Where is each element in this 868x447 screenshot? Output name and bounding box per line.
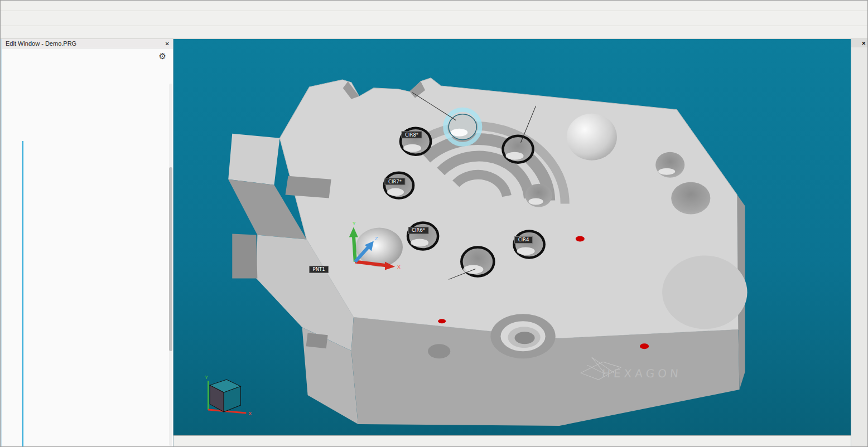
color-scale: ✕ <box>851 39 867 447</box>
hexagon-logo-text: HEXAGON <box>601 367 682 380</box>
cir4-tag: CIR4 <box>518 237 529 243</box>
cad-viewport[interactable]: CIR8* CIR7* CIR6* CIR4 PNT1 <box>173 39 851 435</box>
hole <box>671 182 710 215</box>
color-scale-bands <box>851 47 867 447</box>
view-cube-gizmo[interactable]: Y X <box>205 375 252 416</box>
scrollbar-thumb[interactable] <box>169 167 172 351</box>
viewport-column: CIR8* CIR7* CIR6* CIR4 PNT1 <box>173 39 851 447</box>
triad-z-label: Z <box>375 236 378 242</box>
large-bore <box>662 255 747 329</box>
triad-y-label: Y <box>353 221 356 226</box>
counterbore-feature <box>490 314 555 358</box>
cone-feature <box>356 228 403 267</box>
color-scale-header: ✕ <box>851 39 867 47</box>
toolbar-view <box>1 26 867 39</box>
view-tabbar <box>173 435 851 447</box>
pnt1-tag: PNT1 <box>313 266 325 272</box>
menu-bar <box>1 1 867 11</box>
cir7-tag: CIR7* <box>388 179 402 184</box>
cir1-highlighted-feature[interactable] <box>445 110 480 144</box>
main-area: Edit Window - Demo.PRG ✕ ⚙ <box>1 39 867 447</box>
triad-x-label: X <box>397 264 401 270</box>
toolbar-main <box>1 11 867 26</box>
pcdmis-app: Edit Window - Demo.PRG ✕ ⚙ <box>0 0 868 447</box>
hole <box>428 344 450 358</box>
sidebar-scrollbar[interactable] <box>169 84 172 446</box>
cube-y-label: Y <box>205 375 208 380</box>
cir6-tag: CIR6* <box>412 228 425 234</box>
group-spine <box>22 141 23 447</box>
cir8-tag: CIR8* <box>405 132 418 138</box>
program-item-list <box>2 39 173 447</box>
scale-close-icon[interactable]: ✕ <box>861 41 866 46</box>
edit-window-panel: Edit Window - Demo.PRG ✕ ⚙ <box>1 39 173 447</box>
cube-x-label: X <box>248 411 252 416</box>
sphere-feature <box>567 114 617 161</box>
cad-scene: CIR8* CIR7* CIR6* CIR4 PNT1 <box>173 39 851 435</box>
